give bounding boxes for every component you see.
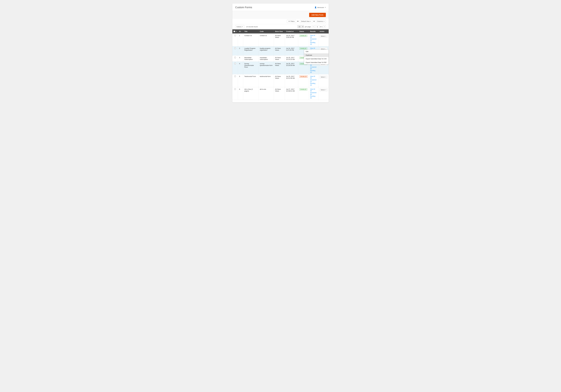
next-page-button[interactable]: >	[323, 25, 326, 28]
th-status-label: Status	[299, 31, 304, 32]
result-link[interactable]: Answered (0)	[310, 92, 317, 95]
th-action-label: Action	[320, 31, 324, 32]
table-row: 5Testimonial Formtestimonial-formAll Sto…	[232, 74, 329, 87]
filters-button[interactable]: ▼ Filters	[287, 20, 296, 23]
row-checkbox[interactable]	[234, 63, 236, 64]
eye-icon: 👁	[297, 20, 299, 22]
select-button[interactable]: Select▼	[320, 76, 327, 78]
data-table: ▼ ID ↕ Title Code Store View	[232, 29, 329, 100]
user-icon: 👤	[314, 6, 317, 8]
add-new-form-button[interactable]: Add New Form	[309, 13, 326, 17]
dropdown-menu-item[interactable]: Export Submitted Data To CSV	[304, 57, 329, 61]
columns-button[interactable]: Columns ▼	[316, 20, 326, 23]
actions-button[interactable]: Actions ▼	[235, 25, 244, 28]
row-status-cell: ENABLED	[298, 33, 309, 46]
default-view-button[interactable]: Default View ▼	[300, 20, 313, 23]
result-link[interactable]: View All (4)	[310, 35, 317, 38]
row-created-at: Jul 27, 2017 10:38:01 AM	[285, 87, 298, 100]
row-code: testimonial-form	[259, 74, 274, 87]
row-checkbox-cell	[232, 87, 238, 100]
row-checkbox[interactable]	[234, 47, 236, 49]
select-button[interactable]: Select▼	[320, 35, 327, 38]
select-button-label: Select	[321, 76, 325, 78]
result-link[interactable]: Answered (1)	[310, 79, 317, 82]
row-id: 5	[238, 74, 243, 87]
per-page-label: per page	[305, 26, 311, 28]
row-results: View All (5)Answered (1)Pending (4)	[309, 74, 318, 87]
th-action: Action	[318, 29, 329, 33]
th-title: Title	[243, 29, 259, 33]
row-checkbox[interactable]	[234, 35, 236, 36]
row-checkbox[interactable]	[234, 76, 236, 77]
table-header-row: ▼ ID ↕ Title Code Store View	[232, 29, 329, 33]
result-link[interactable]: View All (0)	[310, 88, 317, 92]
select-chevron-icon: ▲	[325, 48, 326, 50]
status-badge: ENABLED	[299, 35, 307, 37]
row-action-cell: Select▲EditDuplicateExport Submitted Dat…	[318, 46, 329, 55]
row-id: 3	[238, 55, 243, 62]
select-chevron-icon: ▼	[325, 76, 326, 78]
row-store-view: All Store Views	[274, 33, 285, 46]
th-results-label: Results	[310, 31, 316, 32]
row-action-cell: Select▼	[318, 87, 329, 100]
row-title: Testimonial Form	[243, 74, 259, 87]
row-checkbox-cell	[232, 33, 238, 46]
result-link[interactable]: View All (5)	[310, 76, 317, 79]
prev-page-button[interactable]: <	[312, 25, 315, 28]
status-badge: ENABLED	[299, 47, 307, 50]
row-checkbox-cell	[232, 74, 238, 87]
row-title: Survey Questionnaire Form	[243, 62, 259, 74]
actions-chevron-icon: ▼	[242, 26, 243, 27]
row-id: 2	[238, 46, 243, 55]
row-checkbox-cell	[232, 46, 238, 55]
row-store-view: All Store Views	[274, 46, 285, 55]
page-title: Custom Forms	[235, 6, 252, 9]
row-checkbox[interactable]	[234, 88, 236, 90]
result-link[interactable]: Pending (0)	[310, 70, 317, 73]
row-checkbox-cell	[232, 62, 238, 74]
row-created-at: Jul 25, 2017 10:15:10 AM	[285, 55, 298, 62]
th-created-at-label: Created at	[286, 31, 294, 32]
row-id: 4	[238, 62, 243, 74]
page-input[interactable]	[315, 25, 319, 28]
select-chevron-icon: ▼	[325, 36, 326, 37]
row-created-at: Jul 24, 2017 2:47:20 PM	[285, 46, 298, 55]
result-link[interactable]: Pending (3)	[310, 42, 317, 45]
result-link[interactable]: Answered (0)	[310, 66, 317, 70]
row-action-cell: Select▼	[318, 74, 329, 87]
th-created-at: Created at	[285, 29, 298, 33]
user-menu[interactable]: 👤 demouser ▼	[314, 6, 326, 8]
th-store-view: Store View	[274, 29, 285, 33]
dropdown-menu-item[interactable]: Duplicate	[304, 53, 329, 57]
row-code: all-in-one	[259, 87, 274, 100]
result-link[interactable]: Answered (1)	[310, 38, 317, 42]
select-all-checkbox[interactable]	[234, 31, 235, 32]
select-button[interactable]: Select▼	[320, 88, 327, 91]
chevron-down-icon: ▼	[325, 7, 326, 8]
dropdown-menu-item[interactable]: Edit	[304, 50, 329, 53]
row-results: View All (4)Answered (1)Pending (3)	[309, 33, 318, 46]
row-code: survey-questionnaire-form	[259, 62, 274, 74]
row-status-cell: ENABLED	[298, 87, 309, 100]
columns-label: Columns	[317, 21, 323, 22]
records-count: 14 records found	[246, 26, 258, 28]
row-created-at: Jul 25, 2017 10:31:38 AM	[285, 74, 298, 87]
result-link[interactable]: Pending (0)	[310, 95, 317, 99]
th-checkbox: ▼	[232, 29, 238, 33]
action-dropdown-menu: EditDuplicateExport Submitted Data To CS…	[304, 50, 329, 64]
filters-label: Filters	[291, 21, 295, 22]
table-row: 1Contact Uscontact-usAll Store ViewsJul …	[232, 33, 329, 46]
toolbar-row: Add New Form	[232, 11, 329, 19]
row-id: 6	[238, 87, 243, 100]
pagination-section: 20 50 100 per page < of 1 >	[297, 25, 326, 28]
row-title: Newsletter Subscription	[243, 55, 259, 62]
row-title: Contact Us	[243, 33, 259, 46]
row-checkbox-cell	[232, 55, 238, 62]
row-checkbox[interactable]	[234, 57, 236, 58]
per-page-select[interactable]: 20 50 100	[297, 25, 304, 28]
row-code: loyalty-program-registration	[259, 46, 274, 55]
th-cb-chevron-icon: ▼	[235, 31, 237, 32]
result-link[interactable]: Pending (4)	[310, 83, 317, 86]
dropdown-menu-item[interactable]: Export Submitted Data To PDF	[304, 61, 329, 64]
row-code: newsletter-subscription	[259, 55, 274, 62]
